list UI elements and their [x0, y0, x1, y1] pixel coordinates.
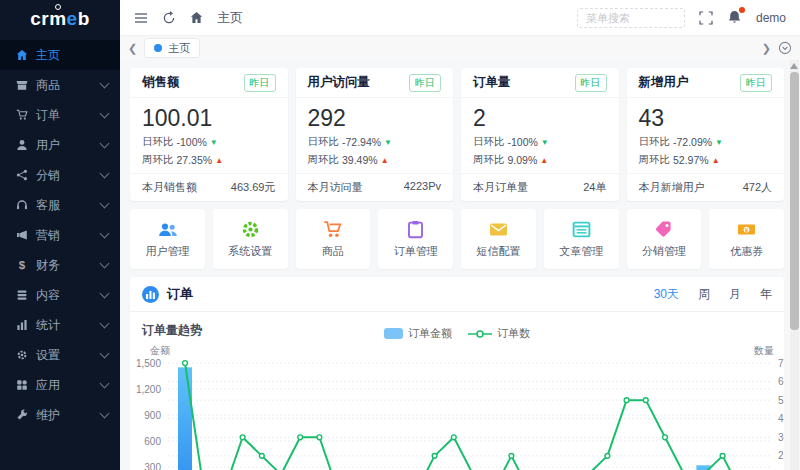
service-icon — [15, 199, 28, 212]
sidebar-item-apps[interactable]: 应用 — [0, 370, 120, 400]
home-icon[interactable] — [190, 11, 203, 24]
sidebar-item-service[interactable]: 客服 — [0, 190, 120, 220]
chevron-down-icon — [100, 288, 110, 298]
left-axis-name: 金额 — [150, 344, 170, 358]
legend-order-count[interactable]: 订单数 — [468, 326, 530, 341]
quick-action-3[interactable]: 商品 — [296, 209, 371, 269]
stat-card-body: 43日环比-72.09%▼周环比52.97%▲ — [627, 98, 785, 173]
footer-label: 本月销售额 — [142, 180, 197, 195]
sidebar-item-cart[interactable]: 订单 — [0, 100, 120, 130]
footer-value: 463.69元 — [231, 180, 276, 195]
quick-action-4[interactable]: 订单管理 — [378, 209, 453, 269]
footer-label: 本月访问量 — [308, 180, 363, 195]
breadcrumb: 主页 — [217, 9, 243, 27]
scrollbar-thumb[interactable] — [790, 72, 799, 330]
quick-action-7[interactable]: 分销管理 — [627, 209, 702, 269]
sidebar-item-settings[interactable]: 设置 — [0, 340, 120, 370]
sidebar-item-label: 用户 — [36, 137, 60, 154]
sidebar-item-content[interactable]: 内容 — [0, 280, 120, 310]
order-card-title: 订单 — [167, 285, 193, 303]
stat-card-body: 100.01日环比-100%▼周环比27.35%▲ — [130, 98, 288, 173]
svg-text:$: $ — [18, 259, 25, 271]
cart-icon — [323, 220, 342, 239]
stat-card-footer: 本月新增用户472人 — [627, 173, 785, 201]
finance-icon: $ — [15, 259, 28, 272]
refresh-icon[interactable] — [162, 11, 176, 25]
quick-action-2[interactable]: 系统设置 — [213, 209, 288, 269]
tabs-scroll-right-icon[interactable]: ❯ — [762, 43, 771, 54]
users-icon — [158, 220, 177, 239]
order-trend-chart[interactable]: 1,5001,2009006003007654321 — [130, 363, 784, 470]
svg-text:4: 4 — [778, 414, 784, 425]
chevron-down-icon — [100, 138, 110, 148]
chevron-down-icon — [100, 258, 110, 268]
filter-周[interactable]: 周 — [698, 286, 710, 303]
sidebar-item-label: 营销 — [36, 227, 60, 244]
tab-home[interactable]: 主页 — [144, 38, 200, 58]
sidebar-item-label: 商品 — [36, 77, 60, 94]
rate-row: 日环比-72.94%▼ — [308, 135, 442, 149]
quick-action-1[interactable]: 用户管理 — [130, 209, 205, 269]
stat-card-header: 新增用户昨日 — [627, 68, 785, 98]
stat-card: 销售额昨日100.01日环比-100%▼周环比27.35%▲本月销售额463.6… — [130, 68, 288, 201]
sidebar-item-maintain[interactable]: 维护 — [0, 400, 120, 430]
collapse-menu-icon[interactable] — [134, 11, 148, 25]
stat-cards-row: 销售额昨日100.01日环比-100%▼周环比27.35%▲本月销售额463.6… — [130, 68, 784, 201]
gear-icon — [241, 220, 260, 239]
footer-value: 24单 — [583, 180, 606, 195]
sidebar-item-home[interactable]: 主页 — [0, 40, 120, 70]
distribution-icon — [15, 169, 28, 182]
yesterday-badge: 昨日 — [575, 74, 607, 92]
fullscreen-icon[interactable] — [699, 11, 713, 25]
quick-action-5[interactable]: 短信配置 — [461, 209, 536, 269]
envelope-icon — [489, 220, 508, 239]
quick-action-label: 短信配置 — [476, 244, 520, 259]
user-menu[interactable]: demo — [756, 11, 786, 25]
sidebar-item-finance[interactable]: $财务 — [0, 250, 120, 280]
search-input[interactable] — [577, 8, 685, 28]
tab-active-dot-icon — [154, 44, 162, 52]
stat-value: 43 — [639, 105, 773, 131]
filter-月[interactable]: 月 — [729, 286, 741, 303]
filter-30天[interactable]: 30天 — [654, 286, 679, 303]
sidebar-item-statistics[interactable]: 统计 — [0, 310, 120, 340]
quick-action-6[interactable]: 文章管理 — [544, 209, 619, 269]
chevron-down-icon — [100, 318, 110, 328]
legend-order-amount[interactable]: 订单金额 — [384, 326, 452, 341]
chevron-down-icon — [100, 168, 110, 178]
scrollbar-up-icon[interactable] — [790, 63, 798, 69]
stat-card-footer: 本月销售额463.69元 — [130, 173, 288, 201]
trend-up-icon: ▲ — [712, 156, 720, 165]
quick-action-label: 商品 — [322, 244, 344, 259]
sidebar-item-user[interactable]: 用户 — [0, 130, 120, 160]
sidebar-item-marketing[interactable]: 营销 — [0, 220, 120, 250]
filter-年[interactable]: 年 — [760, 286, 772, 303]
tab-options-icon[interactable] — [778, 41, 792, 55]
statistics-icon — [15, 319, 28, 332]
yesterday-badge: 昨日 — [409, 74, 441, 92]
svg-text:300: 300 — [144, 462, 161, 470]
svg-text:3: 3 — [778, 432, 784, 443]
sidebar-item-goods[interactable]: 商品 — [0, 70, 120, 100]
quick-actions-row: 用户管理系统设置商品订单管理短信配置文章管理分销管理¥优惠券 — [130, 209, 784, 269]
stat-card-footer: 本月订单量24单 — [461, 173, 619, 201]
chevron-down-icon — [100, 378, 110, 388]
stat-value: 292 — [308, 105, 442, 131]
quick-action-8[interactable]: ¥优惠券 — [709, 209, 784, 269]
chevron-down-icon — [100, 78, 110, 88]
svg-text:5: 5 — [778, 395, 784, 406]
stat-card-title: 销售额 — [142, 74, 180, 91]
stat-card-body: 2日环比-100%▼周环比9.09%▲ — [461, 98, 619, 173]
bell-icon[interactable] — [727, 10, 742, 25]
sidebar-item-label: 设置 — [36, 347, 60, 364]
quick-action-label: 系统设置 — [228, 244, 272, 259]
quick-action-label: 文章管理 — [559, 244, 603, 259]
footer-label: 本月订单量 — [473, 180, 528, 195]
rate-row: 日环比-100%▼ — [142, 135, 276, 149]
stat-card: 订单量昨日2日环比-100%▼周环比9.09%▲本月订单量24单 — [461, 68, 619, 201]
quick-action-label: 订单管理 — [394, 244, 438, 259]
sidebar-item-distribution[interactable]: 分销 — [0, 160, 120, 190]
svg-text:6: 6 — [778, 377, 784, 388]
trend-up-icon: ▲ — [381, 156, 389, 165]
tabs-scroll-left-icon[interactable]: ❮ — [128, 43, 137, 54]
